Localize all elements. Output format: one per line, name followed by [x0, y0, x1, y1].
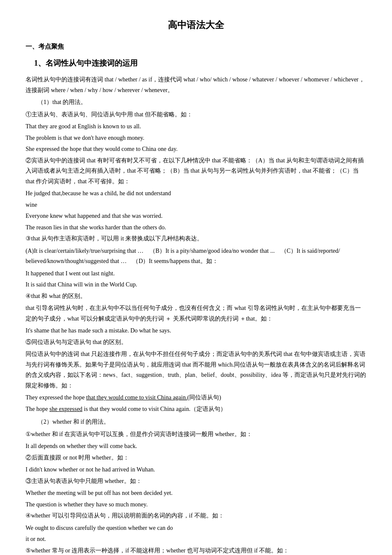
- ex2: The problem is that we don't have enough…: [26, 133, 366, 144]
- ex10-line: They expressed the hope that they would …: [26, 393, 366, 403]
- intro-paragraph: 名词性从句中的连接词有连词 that / whether / as if，连接代…: [26, 75, 366, 95]
- that-point2: ②宾语从句中的连接词 that 有时可省有时又不可省，在以下几种情况中 that…: [26, 156, 366, 187]
- whether-point2: ②后面直接跟 or not 时用 whether。如：: [26, 453, 366, 463]
- ex6: The reason lies in that she works harder…: [26, 223, 366, 233]
- ex5: Everyone knew what happened and that she…: [26, 211, 366, 222]
- whether-header: （2）whether 和 if 的用法。: [37, 417, 366, 428]
- section1-header: 一、考点聚焦: [26, 41, 366, 52]
- ex11-underline: she expressed: [49, 406, 82, 412]
- ex16b: it or not.: [26, 534, 366, 545]
- ex3: She expressed the hope that they would c…: [26, 144, 366, 155]
- ex14: Whether the meeting will be put off has …: [26, 488, 366, 499]
- ex15: The question is whether they have so muc…: [26, 500, 366, 510]
- page-title: 高中语法大全: [26, 17, 366, 33]
- that-point3: ③that 从句作主语和宾语时，可以用 it 来替换成以下几种结构表达。: [26, 234, 366, 244]
- that-header: （1）that 的用法。: [37, 97, 366, 108]
- ex4: He judged that,because he was a child, h…: [26, 188, 366, 199]
- ex11-line: The hope she expressed is that they woul…: [26, 404, 366, 415]
- ex8: It is said that China will win in the Wo…: [26, 280, 366, 290]
- appositive-detail: 同位语从句中的连词 that 只起连接作用，在从句中不担任任何句子成分；而定语从…: [26, 349, 366, 391]
- whether-point1: ①whether 和 if 在宾语从句中可以互换，但是作介词宾语时连接词一般用 …: [26, 429, 366, 440]
- that-point5: ⑤同位语从句与定语从句 that 的区别。: [26, 337, 366, 348]
- ex7: It happened that I went out last night.: [26, 269, 366, 279]
- ex12: It all depends on whether they will come…: [26, 441, 366, 452]
- subsection1-title: 1、名词性从句中连接词的运用: [34, 57, 366, 70]
- whether-point3: ③主语从句表语从句中只能用 whether。如：: [26, 476, 366, 487]
- ex9: It's shame that he has made such a mista…: [26, 326, 366, 336]
- that-what-detail: that 引导名词性从句时，在主从句中不以当任何句子成分，也没有任何含义；而 w…: [26, 303, 366, 324]
- ex13: I didn't know whether or not he had arri…: [26, 465, 366, 475]
- that-point3-detail: (A)It is clear/certain/likely/true/surpr…: [26, 246, 366, 267]
- ex10-underline: that they would come to visit China agai…: [86, 394, 187, 401]
- that-point1: ①主语从句、表语从句、同位语从句中用 that 但不能省略。如：: [26, 110, 366, 120]
- ex4b: wine: [26, 200, 366, 211]
- whether-point5: ⑤whether 常与 or 连用表示一种选择，if 不能这样用；whether…: [26, 546, 366, 555]
- ex1: That they are good at English is known t…: [26, 121, 366, 132]
- ex16: We ought to discuss carefully the questi…: [26, 523, 366, 534]
- whether-point4: ④whether 可以引导同位语从句，用以说明前面的名词的内容，if 不能。如：: [26, 511, 366, 521]
- that-point4: ④that 和 what 的区别。: [26, 291, 366, 302]
